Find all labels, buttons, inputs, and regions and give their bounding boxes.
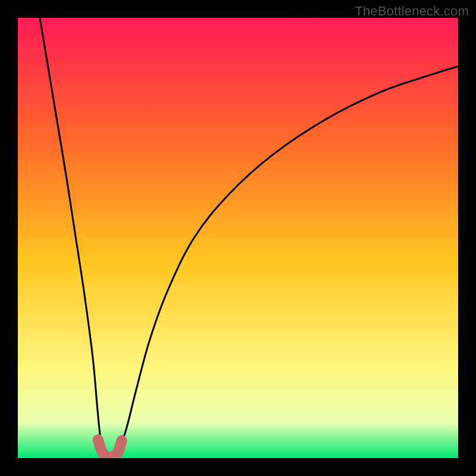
watermark-text: TheBottleneck.com: [355, 4, 469, 19]
chart-background-gradient: [18, 18, 458, 458]
chart-plot-area: [18, 18, 458, 458]
chart-outer-frame: TheBottleneck.com: [0, 0, 476, 476]
gradient-rect: [18, 18, 458, 458]
